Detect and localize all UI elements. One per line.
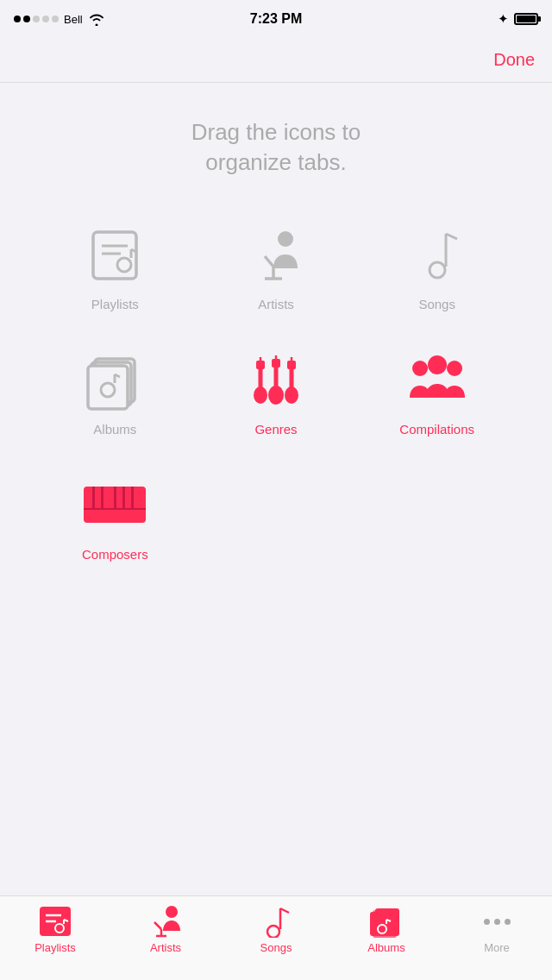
main-content: Drag the icons toorganize tabs. Playlist… — [0, 83, 552, 579]
tab-songs[interactable]: Songs — [221, 905, 331, 954]
svg-point-48 — [166, 906, 178, 918]
svg-line-47 — [154, 922, 161, 929]
grid-item-composers[interactable]: Composers — [34, 471, 196, 562]
tab-songs-icon — [255, 905, 297, 938]
time-display: 7:23 PM — [250, 11, 302, 27]
done-button[interactable]: Done — [493, 50, 535, 70]
tab-albums-label: Albums — [367, 941, 405, 954]
nav-bar: Done — [0, 38, 552, 83]
svg-rect-13 — [88, 366, 128, 409]
tab-artists-label: Artists — [150, 941, 181, 954]
svg-point-31 — [428, 355, 447, 374]
signal-dots — [14, 16, 59, 22]
more-dot-1 — [484, 919, 490, 925]
compilations-icon — [406, 353, 468, 409]
svg-rect-26 — [289, 366, 293, 392]
tab-artists[interactable]: Artists — [110, 905, 221, 954]
songs-icon-wrapper — [403, 221, 472, 290]
albums-label: Albums — [93, 422, 136, 437]
composers-label: Composers — [82, 547, 148, 562]
status-left: Bell — [14, 13, 105, 26]
playlists-icon-wrapper — [80, 221, 149, 290]
svg-point-10 — [430, 262, 445, 278]
songs-icon — [407, 225, 467, 286]
tab-songs-label: Songs — [260, 941, 292, 954]
signal-dot-3 — [33, 16, 40, 22]
signal-dot-5 — [52, 16, 59, 22]
grid-item-albums[interactable]: Albums — [34, 346, 196, 437]
svg-point-29 — [412, 361, 428, 376]
playlists-icon — [85, 225, 145, 286]
more-dots — [484, 905, 511, 938]
svg-point-30 — [447, 361, 462, 376]
tab-more[interactable]: More — [442, 905, 552, 954]
signal-dot-1 — [14, 16, 21, 22]
songs-label: Songs — [418, 297, 455, 311]
more-dot-2 — [494, 919, 500, 925]
genres-label: Genres — [254, 422, 297, 437]
carrier-label: Bell — [64, 13, 83, 26]
grid-item-playlists[interactable]: Playlists — [34, 221, 196, 311]
composers-icon-wrapper — [80, 471, 149, 540]
grid-item-genres[interactable]: Genres — [196, 346, 357, 437]
artists-label: Artists — [258, 297, 294, 311]
grid-item-songs[interactable]: Songs — [356, 221, 518, 311]
instruction-text: Drag the icons toorganize tabs. — [17, 117, 535, 178]
tab-albums[interactable]: Albums — [331, 905, 442, 954]
tab-bar: Playlists Artists Songs — [0, 895, 552, 980]
signal-dot-2 — [23, 16, 30, 22]
tab-more-icon — [476, 905, 518, 938]
battery-icon — [514, 13, 538, 25]
genres-icon — [245, 350, 307, 411]
svg-rect-36 — [122, 487, 125, 509]
composers-icon — [80, 480, 149, 531]
tab-playlists-label: Playlists — [34, 941, 76, 954]
grid-item-artists[interactable]: Artists — [196, 221, 357, 311]
tab-artists-icon — [145, 905, 186, 938]
grid-item-compilations[interactable]: Compilations — [356, 346, 518, 437]
genres-icon-wrapper — [242, 346, 310, 415]
more-dot-3 — [505, 919, 511, 925]
wifi-icon — [88, 13, 105, 26]
svg-rect-37 — [131, 487, 134, 509]
status-bar: Bell 7:23 PM ✦ — [0, 0, 552, 38]
svg-point-49 — [267, 926, 279, 938]
signal-dot-4 — [42, 16, 49, 22]
artists-icon-wrapper — [242, 221, 310, 290]
svg-rect-34 — [101, 487, 104, 509]
tab-albums-icon — [366, 905, 407, 938]
icon-grid: Playlists Artists — [17, 221, 535, 562]
albums-icon — [85, 350, 145, 411]
svg-point-3 — [117, 258, 131, 272]
compilations-label: Compilations — [399, 422, 474, 437]
battery-fill — [517, 16, 536, 22]
albums-icon-wrapper — [80, 346, 149, 415]
svg-rect-35 — [114, 487, 116, 509]
status-right: ✦ — [498, 11, 538, 27]
tab-playlists-icon — [34, 905, 76, 938]
bluetooth-icon: ✦ — [498, 11, 509, 27]
svg-point-9 — [278, 231, 293, 247]
tab-more-label: More — [484, 941, 510, 954]
svg-rect-18 — [258, 366, 262, 392]
svg-rect-22 — [273, 364, 278, 392]
tab-playlists[interactable]: Playlists — [0, 905, 110, 954]
compilations-icon-wrapper — [403, 346, 472, 415]
playlists-label: Playlists — [91, 297, 139, 311]
svg-rect-33 — [92, 487, 95, 509]
artists-icon — [246, 225, 306, 286]
svg-line-8 — [265, 256, 273, 267]
